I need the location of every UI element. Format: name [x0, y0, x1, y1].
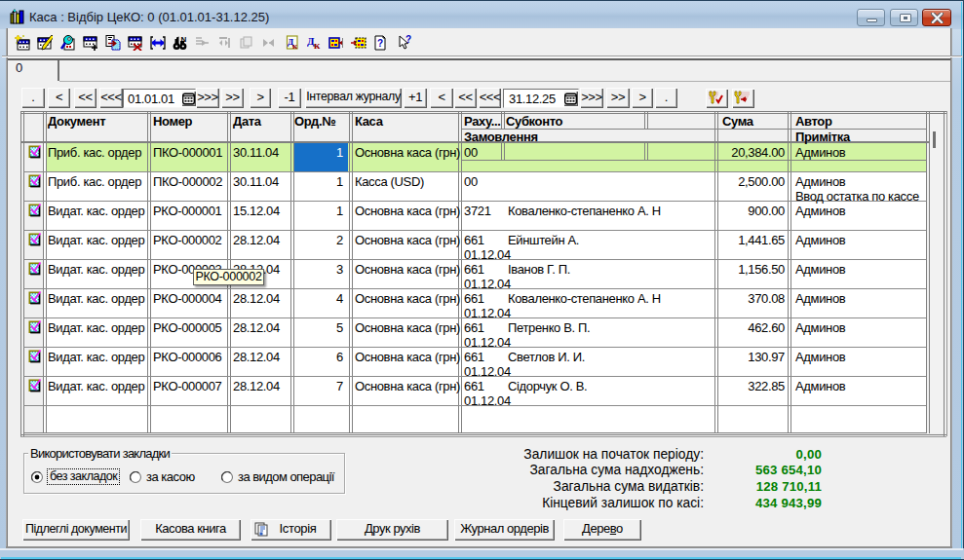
svg-text:к: к [314, 39, 321, 51]
svg-text:?: ? [405, 35, 411, 45]
svg-text:?: ? [377, 38, 383, 49]
svg-text:к: к [292, 41, 298, 51]
